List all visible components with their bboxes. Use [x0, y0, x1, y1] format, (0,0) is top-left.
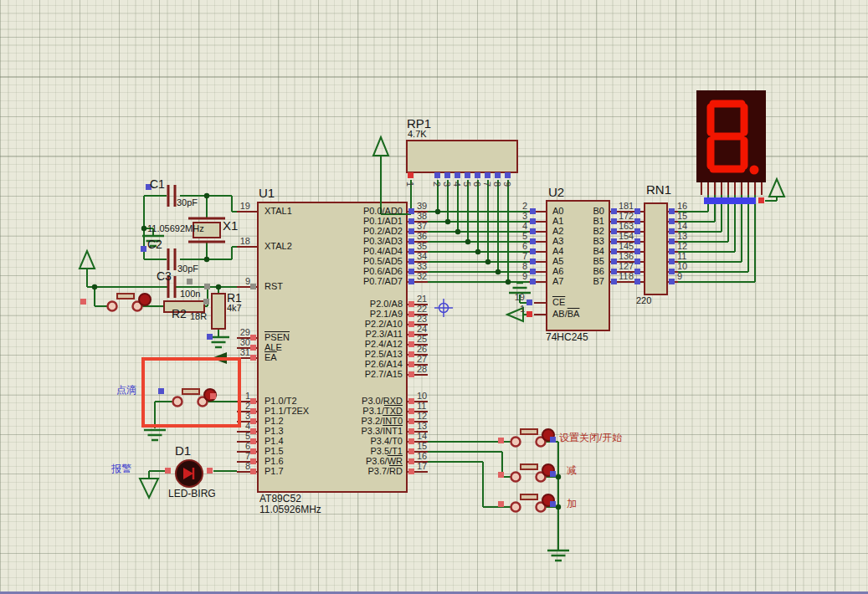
pin-label-overline: WR: [388, 456, 403, 466]
pin-state-square: [444, 172, 450, 178]
pin-label: A0: [552, 206, 563, 217]
pin-number: 12: [677, 241, 687, 252]
pin-number: 12: [619, 261, 629, 272]
pin-label: P2.1/A9: [370, 309, 403, 320]
pin-state-square: [634, 259, 640, 264]
pin-state-square: [634, 238, 640, 244]
pin-state-square: [611, 228, 617, 234]
pin-label: ALE: [265, 342, 282, 353]
pin-state-square: [408, 172, 413, 178]
pin-state-square: [611, 238, 617, 244]
pin-label: B4: [593, 246, 604, 257]
pin-label-text: P1.3: [265, 426, 284, 436]
pin-state-square: [408, 301, 414, 307]
seven-segment-display[interactable]: [696, 90, 766, 195]
reset-button[interactable]: [108, 294, 152, 311]
button-bar: [117, 294, 134, 299]
pin-label: B1: [593, 216, 604, 227]
pin-label: P3.5/T1: [370, 446, 403, 457]
pin-state-square: [408, 248, 414, 254]
pin-state-square: [250, 469, 256, 474]
pin-label: P3.2/INT0: [361, 416, 403, 427]
pin-number: 5: [522, 231, 527, 242]
pin-label: XTAL2: [265, 241, 292, 252]
pin-label-text: A4: [552, 246, 563, 256]
pin-label: P3.3/INT1: [361, 426, 403, 437]
pin-state-square: [611, 218, 617, 224]
pin-label: B5: [593, 256, 604, 267]
pin-state-square: [408, 428, 414, 434]
pin-label: B2: [593, 226, 604, 237]
u2-part: 74HC245: [546, 332, 588, 344]
pin-label-text: B3: [593, 236, 604, 246]
junction-dot: [485, 259, 490, 264]
button-terminal: [173, 397, 182, 407]
pin-state-square: [158, 388, 164, 394]
pin-state-square: [634, 218, 640, 224]
pin-label: B7: [593, 276, 604, 287]
pin-state-square: [408, 351, 414, 357]
c1-ref: C1: [150, 177, 165, 191]
pin-label-text: B5: [593, 256, 604, 266]
pin-state-square: [530, 238, 536, 244]
pin-label-text: P3.7/: [367, 466, 389, 476]
pin-state-square: [408, 279, 414, 284]
decimal-point: [750, 166, 759, 175]
pin-number: 4: [522, 221, 527, 232]
drip-button[interactable]: [173, 389, 217, 407]
pin-label: P2.4/A12: [365, 339, 403, 350]
rp1-pin-number: 9: [501, 182, 512, 187]
pin-label: P2.3/A11: [366, 329, 403, 340]
pin-label: P1.7: [265, 466, 284, 477]
pin-state-square: [455, 172, 460, 178]
pin-label-text: P0.3/AD3: [363, 236, 403, 246]
button-actuator[interactable]: [139, 294, 151, 305]
pin-number: 10: [677, 261, 687, 272]
rn1-value: 220: [636, 295, 651, 306]
pin-label-text: ALE: [265, 342, 282, 352]
pin-label-text: P1.1/T2EX: [265, 406, 309, 416]
led-d1[interactable]: [176, 460, 203, 487]
pin-state-square: [550, 471, 556, 477]
pin-label-text: A7: [552, 276, 563, 286]
pin-label-text: B2: [593, 226, 604, 236]
pin-state-square: [611, 269, 617, 274]
pin-label-overline: CE: [552, 297, 565, 307]
c2-value: 30pF: [177, 264, 198, 274]
origin-crosshair-marker: [434, 299, 453, 317]
power-terminal-arrow: [769, 179, 784, 197]
junction-dot: [496, 269, 501, 274]
pin-label: P1.4: [265, 436, 284, 447]
set-stop-start-button[interactable]: [511, 429, 555, 447]
pin-state-square: [408, 238, 414, 244]
rn1-ref: RN1: [646, 182, 671, 197]
pin-number: 16: [677, 201, 687, 212]
pin-label: P0.1/AD1: [363, 216, 403, 227]
pin-label: P2.0/A8: [370, 299, 403, 310]
net-label-drip: 点滴: [116, 385, 136, 397]
rn1-body[interactable]: [645, 203, 667, 294]
decrease-button[interactable]: [511, 464, 555, 482]
pin-label: A2: [552, 226, 563, 237]
pin-number: 13: [619, 251, 629, 262]
pin-label-text: P3.2/: [361, 416, 383, 426]
c3-value: 100n: [180, 289, 200, 300]
pin-state-square: [498, 501, 504, 507]
pin-label: P1.2: [265, 416, 284, 427]
power-terminal-arrow: [80, 251, 95, 269]
rp1-body[interactable]: [407, 141, 517, 172]
increase-button[interactable]: [511, 494, 555, 512]
pin-number: 1: [245, 391, 250, 402]
pin-label-overline: INT0: [383, 416, 403, 426]
pin-state-square: [530, 248, 536, 254]
pin-label: P0.0/AD0: [363, 206, 403, 217]
resistor-r1-body[interactable]: [212, 294, 225, 329]
pin-number: 13: [677, 231, 687, 242]
pin-state-square: [669, 238, 675, 244]
pin-state-square: [498, 438, 504, 443]
pin-number: 30: [240, 337, 250, 348]
pin-state-square: [530, 269, 536, 274]
pin-label: P3.4/T0: [370, 436, 403, 447]
pin-state-square: [408, 458, 414, 464]
pin-state-square: [669, 208, 675, 214]
